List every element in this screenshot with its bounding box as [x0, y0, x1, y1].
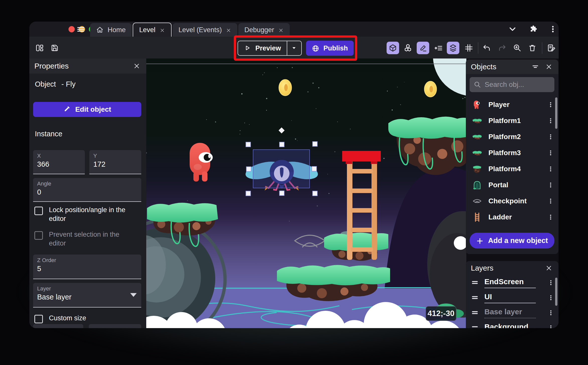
- kebab-icon[interactable]: [547, 293, 555, 303]
- instances-list-icon[interactable]: [432, 42, 445, 54]
- drag-handle-icon[interactable]: [470, 279, 479, 286]
- preview-dropdown-button[interactable]: [287, 41, 301, 55]
- prevent-selection-checkbox-row[interactable]: Prevent selection in the editor: [34, 230, 132, 248]
- close-icon[interactable]: [544, 264, 553, 273]
- object-row-platform4[interactable]: Platform4: [466, 161, 558, 177]
- objects-scrollbar[interactable]: [555, 97, 557, 129]
- drag-handle-icon[interactable]: [470, 294, 479, 301]
- object-row-portal[interactable]: Portal: [466, 177, 558, 193]
- resize-handle-top-right[interactable]: [312, 141, 318, 147]
- y-field[interactable]: Y: [89, 150, 141, 174]
- object-search-input[interactable]: [485, 81, 550, 89]
- layer-row-endscreen[interactable]: EndScreen: [466, 275, 558, 290]
- grid-icon[interactable]: [463, 42, 475, 54]
- angle-field-input[interactable]: [37, 188, 137, 196]
- prevent-selection-checkbox[interactable]: [34, 231, 43, 240]
- undo-icon[interactable]: [480, 42, 493, 54]
- z-order-field[interactable]: Z Order: [33, 255, 141, 279]
- drag-handle-icon[interactable]: [470, 309, 479, 317]
- object-label: Ladder: [488, 213, 541, 221]
- lock-position-checkbox-row[interactable]: Lock position/angle in the editor: [34, 206, 132, 223]
- scene-canvas[interactable]: 412;-30: [146, 58, 466, 328]
- filter-icon[interactable]: [531, 62, 540, 71]
- layer-row-ui[interactable]: UI: [466, 290, 558, 305]
- close-icon[interactable]: [226, 27, 231, 33]
- x-field-input[interactable]: [37, 160, 81, 168]
- macos-close-button[interactable]: [68, 26, 75, 32]
- layers-panel-header: Layers: [466, 261, 558, 275]
- chevron-down-icon[interactable]: [507, 24, 518, 35]
- kebab-icon[interactable]: [546, 196, 555, 206]
- object-label: Platform1: [488, 117, 541, 125]
- tab-debugger[interactable]: Debugger: [238, 23, 290, 37]
- resize-handle-bottom-left[interactable]: [246, 191, 251, 196]
- tab-home[interactable]: Home: [90, 23, 132, 37]
- main-content: Properties Object - Fly Edit object Inst…: [29, 58, 559, 328]
- properties-panel-header: Properties: [29, 58, 146, 74]
- puzzle-icon[interactable]: [528, 24, 539, 35]
- x-field[interactable]: X: [33, 150, 85, 174]
- lock-position-checkbox[interactable]: [34, 207, 43, 215]
- y-field-input[interactable]: [93, 160, 137, 168]
- zoom-in-icon[interactable]: [511, 42, 524, 54]
- tab-label: Level (Events): [179, 26, 222, 34]
- custom-size-checkbox[interactable]: [34, 315, 43, 323]
- kebab-icon[interactable]: [546, 212, 555, 222]
- close-icon[interactable]: [278, 27, 284, 33]
- resize-handle-top-center[interactable]: [279, 142, 284, 147]
- object-row-ladder[interactable]: Ladder: [466, 209, 558, 225]
- kebab-icon[interactable]: [547, 24, 558, 35]
- kebab-icon[interactable]: [546, 164, 555, 174]
- close-icon[interactable]: [160, 27, 165, 33]
- layers-scrollbar[interactable]: [555, 278, 557, 306]
- trash-icon[interactable]: [526, 42, 539, 54]
- object-row-platform1[interactable]: Platform1: [466, 113, 558, 129]
- edit-pencil-icon[interactable]: [417, 42, 429, 54]
- layer-row-base-layer[interactable]: Base layer: [466, 305, 558, 320]
- layer-select[interactable]: Layer Base layer: [33, 283, 141, 308]
- tab-level[interactable]: Level: [133, 23, 172, 37]
- edit-object-button[interactable]: Edit object: [33, 102, 141, 117]
- object-row-platform2[interactable]: Platform2: [466, 129, 558, 145]
- kebab-icon[interactable]: [546, 100, 555, 110]
- custom-size-checkbox-row[interactable]: Custom size: [34, 314, 86, 323]
- save-icon[interactable]: [48, 42, 61, 54]
- angle-field[interactable]: Angle: [33, 178, 141, 202]
- resize-handle-mid-left[interactable]: [246, 166, 251, 172]
- drag-handle-icon[interactable]: [470, 324, 479, 328]
- resize-handle-bottom-right[interactable]: [312, 191, 318, 196]
- kebab-icon[interactable]: [546, 116, 555, 126]
- edit-object-label: Edit object: [75, 105, 111, 113]
- close-icon[interactable]: [544, 62, 553, 71]
- resize-handle-mid-right[interactable]: [312, 166, 317, 171]
- kebab-icon[interactable]: [547, 278, 555, 288]
- kebab-icon[interactable]: [546, 180, 555, 190]
- resize-handle-bottom-center[interactable]: [279, 191, 284, 196]
- gdevelop-window: HomeLevelLevel (Events)Debugger Preview …: [29, 22, 559, 328]
- layer-row-background[interactable]: Background: [466, 320, 558, 328]
- instance-selection-rect[interactable]: [253, 149, 310, 188]
- object-row-player[interactable]: Player: [466, 97, 558, 113]
- kebab-icon[interactable]: [546, 132, 555, 142]
- tab-level-events[interactable]: Level (Events): [173, 23, 238, 37]
- kebab-icon[interactable]: [547, 323, 555, 328]
- kebab-icon[interactable]: [546, 148, 555, 158]
- kebab-icon[interactable]: [547, 308, 555, 318]
- resize-handle-top-left[interactable]: [246, 142, 251, 147]
- object-search[interactable]: [470, 77, 554, 92]
- checkpoint-icon: [471, 195, 483, 207]
- redo-icon[interactable]: [496, 42, 508, 54]
- object-row-platform3[interactable]: Platform3: [466, 145, 558, 161]
- close-icon[interactable]: [132, 62, 141, 71]
- objects-cubes-icon[interactable]: [402, 42, 414, 54]
- cube-3d-icon[interactable]: [387, 42, 399, 54]
- publish-button[interactable]: Publish: [306, 41, 354, 56]
- z-order-field-input[interactable]: [37, 265, 137, 273]
- object-row-checkpoint[interactable]: Checkpoint: [466, 193, 558, 209]
- add-new-object-button[interactable]: Add a new object: [470, 233, 554, 249]
- panel-layout-icon[interactable]: [33, 42, 46, 54]
- main-menu-icon[interactable]: [77, 25, 87, 35]
- preview-button[interactable]: Preview: [238, 41, 302, 56]
- layers-icon[interactable]: [447, 42, 459, 54]
- scene-notes-icon[interactable]: [545, 42, 558, 54]
